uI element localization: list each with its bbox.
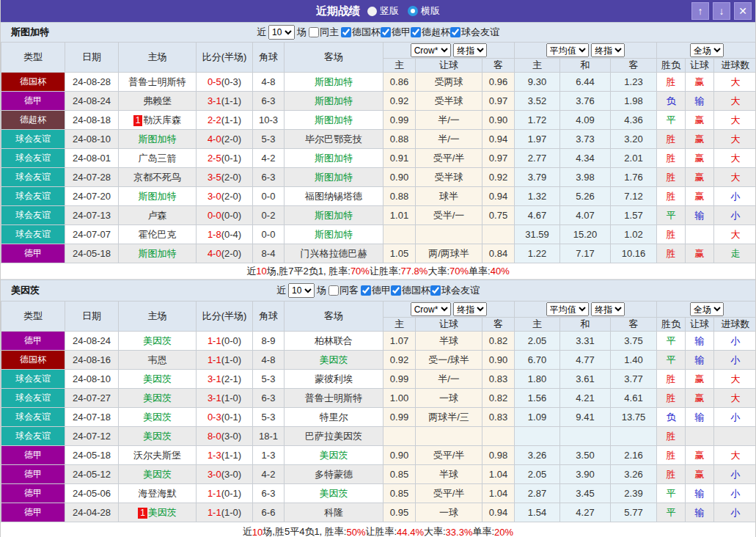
move-up-button[interactable]: ↑ xyxy=(691,2,709,20)
cell-result-handicap: 赢 xyxy=(686,446,714,465)
radio-icon[interactable] xyxy=(367,7,377,16)
radio-icon-selected[interactable] xyxy=(408,6,418,16)
match-row: 德国杯24-08-28普鲁士明斯特0-5(0-3)4-8斯图加特0.86受两球0… xyxy=(1,73,756,92)
league-checkbox[interactable] xyxy=(361,285,371,296)
league-checkbox-option[interactable]: 德国杯 xyxy=(341,26,381,39)
col-corner: 角球 xyxy=(253,302,285,332)
cell-corner: 6-3 xyxy=(253,484,285,503)
radio-horizontal-layout[interactable]: 横版 xyxy=(408,4,440,18)
fulltime-select[interactable]: 全场 xyxy=(690,43,724,57)
cell-type: 球会友谊 xyxy=(1,187,65,206)
cell-odds-handicap: 受半球 xyxy=(416,92,482,111)
final-odds-select-2[interactable]: 终指 xyxy=(591,302,625,316)
league-checkbox[interactable] xyxy=(381,27,391,37)
league-checkbox-option[interactable]: 球会友谊 xyxy=(430,284,480,297)
league-checkbox-option[interactable]: 德国杯 xyxy=(391,284,430,297)
league-checkbox[interactable] xyxy=(450,27,460,37)
same-venue-checkbox[interactable] xyxy=(329,285,339,296)
cell-date: 24-05-12 xyxy=(65,465,119,484)
cell-away-team: 斯图加特 xyxy=(285,149,383,168)
league-checkbox-option[interactable]: 德超杯 xyxy=(411,26,450,39)
final-odds-select-2[interactable]: 终指 xyxy=(591,43,625,57)
cell-corner: 10-3 xyxy=(253,111,285,130)
cell-odds-away: 0.83 xyxy=(482,370,515,389)
cell-home-team: 斯图加特 xyxy=(119,244,197,263)
average-select[interactable]: 平均值 xyxy=(546,302,589,316)
league-checkbox-option[interactable]: 德甲 xyxy=(381,26,411,39)
average-select[interactable]: 平均值 xyxy=(546,43,589,57)
cell-result-wdl: 胜 xyxy=(657,465,686,484)
col-result-wdl: 胜负 xyxy=(657,59,686,73)
col-away: 客场 xyxy=(285,302,383,332)
cell-date: 24-07-18 xyxy=(65,408,119,427)
col-result-goals: 进球数 xyxy=(714,318,756,332)
cell-avg-draw: 4.09 xyxy=(560,111,611,130)
move-down-button[interactable]: ↓ xyxy=(713,2,730,20)
summary-stat-label: 近 xyxy=(243,525,252,537)
cell-odds-handicap: 受半/一 xyxy=(416,206,482,225)
same-venue-checkbox[interactable] xyxy=(309,27,319,37)
table-head: 类型 日期 主场 比分(半场) 角球 客场 Crow* 终指 平均值 终指 xyxy=(1,302,756,332)
cell-odds-away: 0.90 xyxy=(482,351,515,370)
cell-avg-home: 1.09 xyxy=(515,408,560,427)
cell-home-team: 美因茨 xyxy=(119,427,197,446)
cell-score: 3-0(2-0) xyxy=(197,187,253,206)
cell-odds-away: 0.94 xyxy=(482,187,515,206)
final-odds-select[interactable]: 终指 xyxy=(453,43,487,57)
summary-stat-label: 近 xyxy=(246,265,256,278)
cell-date: 24-05-18 xyxy=(65,244,119,263)
col-score: 比分(半场) xyxy=(197,302,253,332)
col-odds-away: 客 xyxy=(482,318,515,332)
cell-avg-away: 4.36 xyxy=(611,111,657,130)
fulltime-select[interactable]: 全场 xyxy=(690,302,724,316)
close-button[interactable]: ✕ xyxy=(734,2,752,20)
match-row: 德甲24-08-24美因茨1-1(0-0)8-9柏林联合1.07半球0.822.… xyxy=(1,332,756,351)
cell-corner: 0-2 xyxy=(253,206,285,225)
league-checkbox[interactable] xyxy=(391,285,401,296)
league-checkbox[interactable] xyxy=(341,27,351,37)
cell-type: 德国杯 xyxy=(1,351,65,370)
cell-away-team: 美因茨 xyxy=(285,351,383,370)
league-checkbox[interactable] xyxy=(430,285,441,296)
cell-corner: 5-3 xyxy=(253,370,285,389)
cell-odds-away: 0.97 xyxy=(482,92,515,111)
cell-type: 德甲 xyxy=(1,484,65,503)
cell-odds-home: 1.07 xyxy=(383,332,416,351)
cell-home-team: 1勒沃库森 xyxy=(119,111,197,130)
team-section-stuttgart: 斯图加特 近 10 场 同主 德国杯德甲德超杯球会友谊 类 xyxy=(1,22,755,280)
radio-vertical-layout[interactable]: 竖版 xyxy=(367,4,399,18)
cell-odds-home: 0.92 xyxy=(383,92,416,111)
bookmaker-select[interactable]: Crow* xyxy=(411,302,451,316)
cell-result-goals: 大 xyxy=(714,130,756,149)
cell-result-handicap xyxy=(686,225,714,244)
col-odds-away: 客 xyxy=(482,59,515,73)
bookmaker-select[interactable]: Crow* xyxy=(411,43,451,57)
league-label: 德甲 xyxy=(372,284,391,297)
match-row: 德国杯24-08-16韦恩1-1(1-0)4-8美因茨0.92受一/球半0.90… xyxy=(1,351,756,370)
same-venue-option[interactable]: 同主 xyxy=(309,26,339,39)
cell-away-team: 斯图加特 xyxy=(285,206,383,225)
cell-result-goals: 大 xyxy=(714,149,756,168)
cell-avg-draw: 9.41 xyxy=(560,408,611,427)
cell-home-team: 美因茨 xyxy=(119,332,197,351)
league-checkbox-option[interactable]: 德甲 xyxy=(361,284,391,297)
recent-count-select[interactable]: 10 xyxy=(288,283,315,298)
league-checkbox[interactable] xyxy=(411,27,421,37)
cell-odds-away: 0.84 xyxy=(482,244,515,263)
match-row: 球会友谊24-08-10美因茨3-1(2-1)5-3蒙彼利埃0.99半/一0.8… xyxy=(1,370,756,389)
cell-away-team: 特里尔 xyxy=(285,408,383,427)
cell-odds-handicap xyxy=(416,225,482,244)
recent-count-select[interactable]: 10 xyxy=(268,25,295,40)
cell-score: 4-0(2-0) xyxy=(197,244,253,263)
cell-result-handicap: 输 xyxy=(686,206,714,225)
league-checkbox-option[interactable]: 球会友谊 xyxy=(450,26,499,39)
same-venue-option[interactable]: 同客 xyxy=(329,284,359,297)
league-label: 德国杯 xyxy=(402,284,430,297)
cell-avg-home: 1.80 xyxy=(515,370,560,389)
cell-score: 0-3(0-1) xyxy=(197,408,253,427)
cell-score: 0-5(0-3) xyxy=(197,73,253,92)
cell-away-team: 普鲁士明斯特 xyxy=(285,389,383,408)
cell-result-handicap: 赢 xyxy=(686,187,714,206)
final-odds-select[interactable]: 终指 xyxy=(453,302,487,316)
cell-result-goals: 大 xyxy=(714,225,756,244)
